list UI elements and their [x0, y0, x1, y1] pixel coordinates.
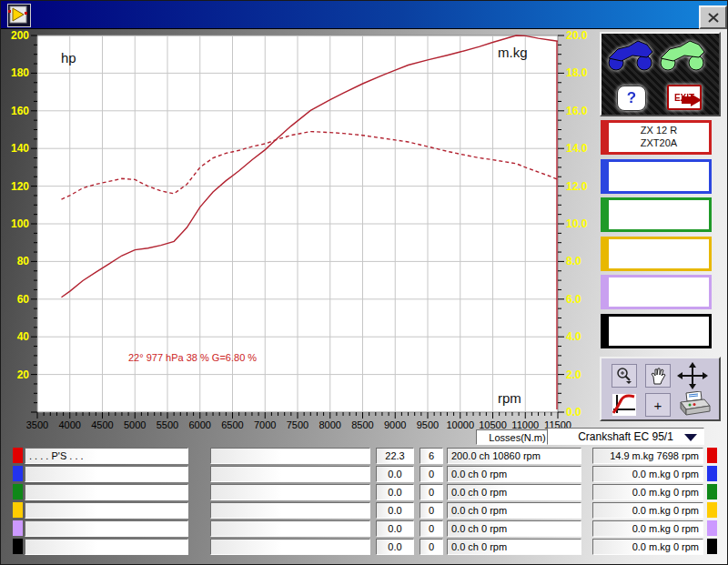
row-color-swatch[interactable]: [13, 502, 23, 518]
run-slot-code: ZXT20A: [609, 137, 709, 150]
row-color-swatch[interactable]: [13, 466, 23, 481]
run-gear-value: 0: [420, 484, 443, 500]
svg-text:20: 20: [17, 368, 30, 381]
help-button[interactable]: ?: [617, 85, 646, 112]
run-name-field[interactable]: [25, 520, 188, 537]
row-color-swatch-right: [707, 539, 717, 554]
run-slot-3[interactable]: [601, 197, 712, 232]
run-gear-value: 0: [420, 520, 443, 537]
close-icon: [708, 13, 719, 23]
run-name-field[interactable]: [25, 502, 188, 519]
run-temp-value: 0.0: [376, 484, 414, 500]
run-gear-value: 0: [420, 502, 443, 519]
row-color-swatch-right: [707, 448, 717, 463]
svg-text:9500: 9500: [417, 419, 439, 429]
printer-icon: [677, 391, 712, 419]
run-slot-6[interactable]: [601, 314, 712, 348]
svg-text:10000: 10000: [446, 419, 474, 429]
svg-text:8500: 8500: [351, 419, 373, 429]
run-peak-power: 0.0 ch 0 rpm: [447, 466, 581, 482]
run-peak-torque: 0.0 m.kg 0 rpm: [592, 520, 703, 537]
svg-text:160: 160: [11, 105, 29, 117]
run-temp-value: 0.0: [376, 502, 414, 519]
svg-text:140: 140: [11, 142, 29, 155]
run-peak-torque: 0.0 m.kg 0 rpm: [592, 466, 703, 482]
run-peak-power: 0.0 ch 0 rpm: [447, 502, 581, 519]
run-peak-torque: 14.9 m.kg 7698 rpm: [592, 448, 703, 464]
title-bar: [1, 1, 728, 29]
hand-icon: [650, 367, 666, 385]
run-spec-field[interactable]: [210, 502, 370, 519]
svg-text:10.0: 10.0: [566, 217, 588, 230]
run-slot-4[interactable]: [601, 237, 712, 271]
run-gear-value: 6: [420, 448, 443, 464]
run-slot-5[interactable]: [601, 275, 712, 309]
green-motorcycle-icon: [657, 37, 707, 72]
run-name-field[interactable]: [25, 539, 188, 555]
svg-text:2.0: 2.0: [566, 368, 581, 381]
row-color-swatch[interactable]: [13, 520, 23, 536]
svg-text:7000: 7000: [254, 419, 276, 429]
run-peak-torque: 0.0 m.kg 0 rpm: [592, 484, 703, 500]
run-peak-power: 200.0 ch 10860 rpm: [447, 448, 581, 464]
svg-text:14.0: 14.0: [566, 142, 588, 155]
svg-text:20.0: 20.0: [566, 29, 588, 42]
run-slot-2[interactable]: [601, 159, 712, 194]
rpm-axis-label: rpm: [498, 390, 521, 406]
run-temp-value: 0.0: [376, 539, 414, 555]
blue-motorcycle-button[interactable]: [605, 37, 655, 72]
svg-text:4.0: 4.0: [566, 330, 581, 343]
svg-text:120: 120: [11, 180, 29, 193]
run-slot-1[interactable]: ZX 12 RZXT20A: [601, 120, 712, 155]
exit-button[interactable]: EXIT: [667, 85, 709, 110]
svg-text:9000: 9000: [384, 419, 406, 429]
run-name-field[interactable]: [25, 484, 188, 500]
svg-text:3500: 3500: [26, 419, 48, 429]
hp-axis-label: hp: [61, 50, 76, 66]
green-motorcycle-button[interactable]: [657, 37, 707, 72]
row-color-swatch[interactable]: [13, 484, 23, 499]
run-spec-field[interactable]: [210, 448, 370, 464]
dyno-curve-icon: [7, 4, 31, 27]
run-temp-value: 22.3: [376, 448, 414, 464]
run-name-field[interactable]: [25, 466, 188, 482]
chevron-down-icon: [684, 434, 697, 441]
run-spec-field[interactable]: [210, 520, 370, 537]
row-color-swatch[interactable]: [13, 448, 23, 463]
svg-text:4000: 4000: [59, 419, 81, 429]
printer-button[interactable]: [676, 391, 713, 419]
run-slot-name: ZX 12 R: [609, 125, 709, 137]
run-spec-field[interactable]: [210, 466, 370, 482]
svg-text:18.0: 18.0: [566, 66, 588, 79]
svg-text:0.0: 0.0: [566, 406, 581, 419]
svg-text:100: 100: [11, 217, 29, 230]
run-temp-value: 0.0: [376, 466, 414, 482]
run-spec-field[interactable]: [210, 484, 370, 500]
row-color-swatch-right: [707, 520, 717, 536]
run-peak-power: 0.0 ch 0 rpm: [447, 520, 581, 537]
close-button[interactable]: [699, 5, 727, 29]
dyno-chart: 3500400045005000550060006500700075008000…: [1, 28, 597, 429]
blue-motorcycle-icon: [605, 37, 655, 72]
run-peak-torque: 0.0 m.kg 0 rpm: [592, 502, 703, 519]
losses-mode-dropdown[interactable]: Crankshaft EC 95/1: [547, 428, 704, 445]
svg-text:16.0: 16.0: [566, 105, 588, 117]
svg-text:40: 40: [17, 330, 30, 343]
run-temp-value: 0.0: [376, 520, 414, 537]
svg-text:5000: 5000: [124, 419, 146, 429]
run-name-field[interactable]: . . . . P'S . . .: [25, 448, 188, 464]
row-color-swatch-right: [707, 502, 717, 518]
svg-text:10500: 10500: [479, 419, 507, 429]
svg-text:11000: 11000: [511, 419, 539, 429]
hand-pan-button[interactable]: [645, 364, 671, 388]
graph-scale-button[interactable]: [612, 393, 637, 417]
four-way-arrows-icon[interactable]: [676, 362, 709, 389]
svg-text:5500: 5500: [157, 419, 178, 429]
run-spec-field[interactable]: [210, 539, 370, 555]
row-color-swatch[interactable]: [13, 539, 23, 554]
svg-text:4500: 4500: [91, 419, 113, 429]
dyno-app-window: 3500400045005000550060006500700075008000…: [0, 0, 728, 565]
svg-text:12.0: 12.0: [566, 180, 588, 193]
add-button[interactable]: +: [645, 393, 671, 417]
magnifier-zoom-button[interactable]: [612, 364, 637, 388]
